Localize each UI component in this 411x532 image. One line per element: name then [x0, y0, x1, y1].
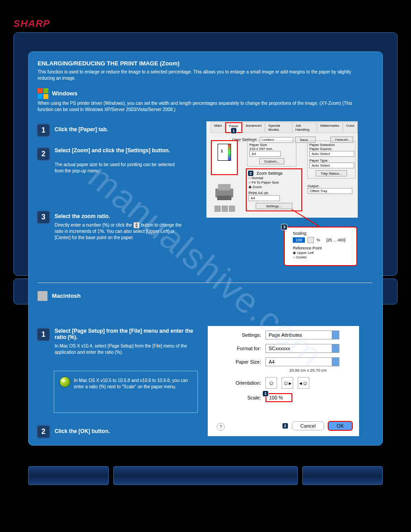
mac-step-2-heading: Click the [OK] button.	[55, 428, 110, 434]
mac-format-label: Format for:	[218, 346, 261, 351]
step-3-body-a: Directly enter a number (%) or click the	[55, 223, 132, 227]
tip-icon	[60, 377, 70, 387]
svg-rect-5	[214, 206, 221, 212]
ps-driver-note: When using the PS printer driver (Window…	[38, 100, 369, 113]
tab-main[interactable]: Main	[211, 122, 225, 133]
output-select[interactable]: Offset Tray	[308, 188, 352, 194]
orientation-landscape-left[interactable]: ☺▸	[282, 377, 293, 389]
section-divider	[38, 283, 372, 283]
mac-ok-button[interactable]: OK	[328, 421, 353, 431]
settings-button[interactable]: Settings...	[256, 203, 292, 209]
ref-upper-left[interactable]: ◉ Upper Left	[293, 251, 353, 255]
scaling-range: [25 ... 400]	[326, 238, 346, 242]
callout-badge-3: 3	[281, 224, 287, 230]
mac-settings-label: Settings:	[218, 332, 261, 338]
scaling-label: Scaling:	[293, 231, 353, 236]
content-panel: ENLARGING/REDUCING THE PRINT IMAGE (Zoom…	[28, 51, 383, 446]
paper-size-group: Paper Size 210 x 297 mm. A4 Custom...	[247, 141, 296, 167]
nav-center-button[interactable]	[113, 466, 298, 485]
tray-status-button[interactable]: Tray Status...	[316, 170, 347, 176]
step-badge-3: 3	[37, 210, 50, 224]
mac-title: Macintosh	[52, 292, 81, 299]
mac-settings-select[interactable]: Page Attributes	[265, 330, 339, 339]
mac-page-setup-dialog: Settings: Page Attributes Format for: SC…	[208, 326, 359, 436]
output-label: Output:	[308, 184, 352, 188]
paper-size-label: Paper Size	[249, 143, 294, 147]
brand-logo: SHARP	[13, 18, 50, 30]
tab-job-handling[interactable]: Job Handling	[292, 122, 317, 133]
mac-paper-dims: 20.99 cm x 29.70 cm	[257, 368, 359, 373]
scaling-input[interactable]: 100	[293, 237, 305, 243]
svg-rect-6	[222, 206, 228, 212]
mac-cancel-button[interactable]: Cancel	[292, 421, 324, 430]
windows-icon	[38, 88, 48, 99]
paper-preview: 1	[211, 140, 238, 175]
mac-format-select[interactable]: SCxxxxxx	[265, 344, 339, 353]
zoom-settings-group: 2 Zoom Settings ○ Normal ○ Fit To Paper …	[246, 168, 302, 211]
nav-next-button[interactable]	[302, 466, 383, 485]
mac-step-1-heading: Select [Page Setup] from the [File] menu…	[55, 328, 193, 340]
callout-line	[288, 209, 324, 229]
scaling-callout: 3 Scaling: 100 % [25 ... 400] Reference …	[284, 227, 357, 266]
tab-watermarks[interactable]: Watermarks	[317, 122, 342, 133]
intro-text: This function is used to enlarge or redu…	[38, 69, 369, 82]
paper-size-select[interactable]: A4	[249, 151, 281, 157]
paper-size-dims: 210 x 297 mm.	[249, 147, 294, 151]
svg-point-9	[62, 379, 65, 382]
ref-point-label: Reference Point	[293, 246, 353, 250]
step-2-body: The actual paper size to be used for pri…	[55, 162, 184, 174]
mac-scale-label: Scale:	[218, 395, 261, 400]
paper-type-select[interactable]: Auto Select	[309, 163, 354, 168]
tray-icon	[214, 204, 236, 214]
paper-selection-group: Paper Selection Paper Source: Auto Selec…	[307, 141, 355, 179]
svg-rect-7	[229, 206, 235, 212]
tab-special-modes[interactable]: Special Modes	[265, 122, 291, 133]
radio-zoom[interactable]: ◉ Zoom	[248, 185, 300, 189]
paper-selection-label: Paper Selection	[309, 143, 353, 147]
windows-print-dialog: Main Paper Advanced Special Modes Job Ha…	[206, 121, 358, 218]
scaling-unit: %	[317, 238, 320, 242]
orientation-portrait[interactable]: ☺	[265, 377, 277, 389]
radio-normal[interactable]: ○ Normal	[248, 176, 300, 180]
spinner-icon	[133, 222, 140, 228]
svg-line-8	[292, 210, 320, 227]
custom-button[interactable]: Custom...	[259, 158, 284, 164]
zoom-settings-label: Zoom Settings	[257, 171, 300, 176]
nav-prev-button[interactable]	[28, 466, 109, 485]
svg-rect-3	[218, 184, 231, 190]
mac-scale-input[interactable]: 100 %	[265, 393, 292, 402]
mac-help-button[interactable]: ?	[217, 423, 225, 431]
orientation-landscape-right[interactable]: ◂☺	[298, 377, 309, 389]
step-badge-1: 1	[37, 124, 50, 137]
mac-paper-size-label: Paper Size:	[218, 359, 261, 365]
scaling-spinner[interactable]	[308, 237, 314, 243]
mac-step-badge-2: 2	[37, 425, 50, 438]
mac-paper-size-select[interactable]: A4	[265, 357, 339, 366]
windows-title: Windows	[52, 90, 77, 97]
tab-color[interactable]: Color	[343, 122, 358, 133]
svg-marker-1	[135, 226, 138, 227]
mac-callout-badge-1: 1	[262, 390, 269, 397]
paper-source-select[interactable]: Auto Select	[309, 151, 354, 157]
step-1-heading: Click the [Paper] tab.	[55, 126, 108, 133]
print-on-select[interactable]: A4	[248, 195, 280, 201]
callout-badge-1: 1	[231, 128, 237, 134]
macintosh-icon	[38, 291, 47, 301]
ps-note-text: When using the PS printer driver (Window…	[38, 101, 341, 106]
svg-marker-0	[135, 223, 138, 225]
radio-fit[interactable]: ○ Fit To Paper Size	[248, 180, 300, 184]
tip-text: In Mac OS X v10.5 to 10.5.8 and v10.6 to…	[74, 378, 190, 390]
page-heading: ENLARGING/REDUCING THE PRINT IMAGE (Zoom…	[38, 60, 180, 67]
dialog-tabs: Main Paper Advanced Special Modes Job Ha…	[206, 121, 358, 133]
callout-badge-2: 2	[248, 170, 254, 176]
step-3-body: Directly enter a number (%) or click the…	[55, 222, 189, 241]
svg-rect-4	[217, 196, 231, 200]
printer-icon	[214, 183, 235, 201]
tab-advanced[interactable]: Advanced	[243, 122, 265, 133]
mac-orientation-label: Orientation:	[218, 380, 261, 386]
paper-source-label: Paper Source:	[309, 147, 353, 151]
print-on-label: Print A4 on	[248, 191, 300, 195]
ref-center[interactable]: ○ Center	[293, 255, 353, 259]
mac-step-badge-1: 1	[37, 328, 50, 341]
step-2-heading: Select [Zoom] and click the [Settings] b…	[55, 147, 180, 154]
